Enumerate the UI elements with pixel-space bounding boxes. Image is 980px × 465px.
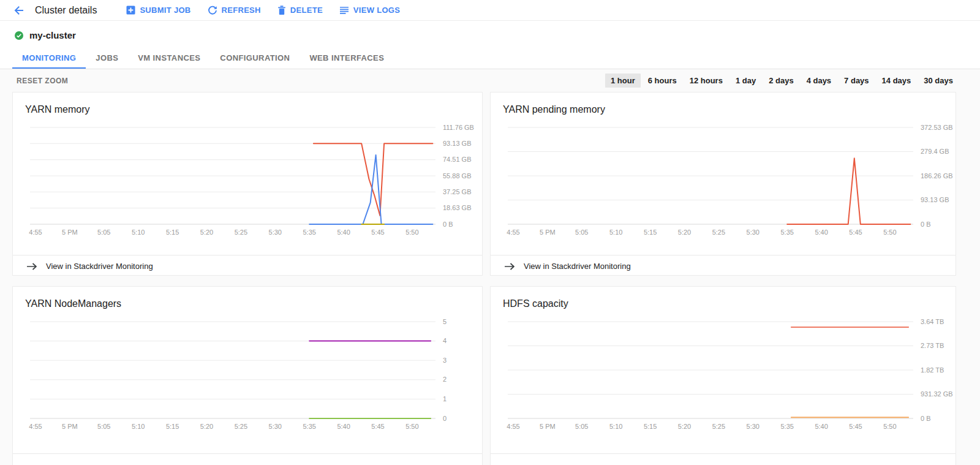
- stackdriver-link[interactable]: View in Stackdriver Monitoring: [26, 262, 153, 271]
- range-2-days[interactable]: 2 days: [763, 74, 799, 88]
- submit-job-button[interactable]: SUBMIT JOB: [126, 6, 190, 15]
- view-logs-icon: [339, 6, 349, 15]
- chart-yarn-memory-canvas[interactable]: 111.76 GB93.13 GB74.51 GB55.88 GB37.25 G…: [25, 121, 482, 241]
- tab-vm-instances[interactable]: VM INSTANCES: [128, 47, 210, 69]
- svg-text:5:25: 5:25: [712, 229, 725, 236]
- svg-text:5:45: 5:45: [371, 423, 384, 430]
- tab-monitoring[interactable]: MONITORING: [12, 47, 86, 69]
- add-box-icon: [126, 6, 135, 15]
- svg-text:37.25 GB: 37.25 GB: [443, 188, 471, 195]
- svg-text:5:15: 5:15: [166, 229, 179, 236]
- chart-footer-divider: [491, 453, 956, 460]
- svg-text:5:20: 5:20: [200, 229, 213, 236]
- cluster-header: my-cluster: [0, 21, 980, 47]
- svg-text:5:35: 5:35: [780, 423, 793, 430]
- svg-text:5:50: 5:50: [883, 229, 896, 236]
- card-yarn-memory: YARN memory 111.76 GB93.13 GB74.51 GB55.…: [12, 92, 483, 276]
- svg-text:5 PM: 5 PM: [540, 229, 556, 236]
- svg-text:5:10: 5:10: [132, 423, 145, 430]
- svg-text:5:35: 5:35: [303, 423, 315, 430]
- range-7-days[interactable]: 7 days: [839, 74, 874, 88]
- chart-canvas: 111.76 GB93.13 GB74.51 GB55.88 GB37.25 G…: [25, 121, 476, 241]
- svg-text:5 PM: 5 PM: [62, 423, 78, 430]
- svg-text:0 B: 0 B: [921, 221, 931, 228]
- svg-text:5:45: 5:45: [849, 229, 862, 236]
- chart-footer: View in Stackdriver Monitoring: [491, 255, 956, 271]
- svg-text:111.76 GB: 111.76 GB: [443, 124, 474, 131]
- time-range-selector: 1 hour6 hours12 hours1 day2 days4 days7 …: [605, 74, 959, 88]
- svg-text:5:15: 5:15: [644, 229, 657, 236]
- svg-text:5:10: 5:10: [609, 423, 622, 430]
- reset-zoom-button[interactable]: RESET ZOOM: [17, 77, 68, 85]
- submit-job-label: SUBMIT JOB: [140, 6, 190, 15]
- svg-text:5:40: 5:40: [337, 229, 350, 236]
- svg-text:5:50: 5:50: [883, 423, 896, 430]
- chart-canvas: 3.64 TB2.73 TB1.82 TB931.32 GB0 B4:555 P…: [503, 316, 954, 436]
- stackdriver-link-label: View in Stackdriver Monitoring: [524, 262, 631, 271]
- svg-text:3.64 TB: 3.64 TB: [921, 318, 944, 325]
- svg-text:279.4 GB: 279.4 GB: [921, 148, 949, 155]
- stackdriver-link[interactable]: View in Stackdriver Monitoring: [504, 262, 631, 271]
- svg-text:931.32 GB: 931.32 GB: [921, 390, 953, 398]
- svg-text:1: 1: [443, 395, 447, 403]
- chart-footer: View in Stackdriver Monitoring: [13, 255, 482, 271]
- range-1-day[interactable]: 1 day: [730, 74, 761, 88]
- svg-text:0: 0: [443, 415, 447, 422]
- svg-text:1.82 TB: 1.82 TB: [921, 366, 944, 374]
- range-1-hour[interactable]: 1 hour: [605, 74, 641, 88]
- svg-text:2: 2: [443, 376, 447, 383]
- svg-text:5:15: 5:15: [644, 423, 657, 430]
- tab-web-interfaces[interactable]: WEB INTERFACES: [300, 47, 394, 69]
- svg-text:5:05: 5:05: [575, 229, 588, 236]
- svg-text:5 PM: 5 PM: [540, 423, 556, 430]
- range-12-hours[interactable]: 12 hours: [684, 74, 728, 88]
- svg-text:0 B: 0 B: [443, 221, 453, 228]
- refresh-button[interactable]: REFRESH: [208, 6, 261, 15]
- tab-jobs[interactable]: JOBS: [86, 47, 128, 69]
- svg-text:5:30: 5:30: [269, 229, 282, 236]
- refresh-icon: [208, 6, 217, 15]
- range-6-hours[interactable]: 6 hours: [643, 74, 682, 88]
- range-14-days[interactable]: 14 days: [876, 74, 917, 88]
- svg-text:5:35: 5:35: [780, 229, 793, 236]
- svg-text:3: 3: [443, 357, 447, 364]
- svg-text:5:20: 5:20: [678, 423, 691, 430]
- svg-text:5:10: 5:10: [132, 229, 145, 236]
- tab-configuration[interactable]: CONFIGURATION: [210, 47, 300, 69]
- delete-button[interactable]: DELETE: [277, 6, 323, 15]
- svg-text:5:40: 5:40: [337, 423, 350, 430]
- delete-label: DELETE: [290, 6, 323, 15]
- charts-grid: YARN memory 111.76 GB93.13 GB74.51 GB55.…: [12, 92, 980, 465]
- svg-text:5:05: 5:05: [575, 423, 588, 430]
- svg-text:74.51 GB: 74.51 GB: [443, 156, 471, 163]
- chart-yarn-nodemanagers-canvas[interactable]: 5432104:555 PM5:055:105:155:205:255:305:…: [25, 316, 482, 436]
- arrow-right-icon: [504, 263, 514, 270]
- check-circle-icon: [15, 31, 23, 40]
- arrow-right-icon: [26, 263, 37, 270]
- svg-text:5:40: 5:40: [815, 423, 827, 430]
- delete-icon: [277, 6, 286, 15]
- chart-canvas: 5432104:555 PM5:055:105:155:205:255:305:…: [25, 316, 476, 436]
- chart-canvas: 372.53 GB279.4 GB186.26 GB93.13 GB0 B4:5…: [503, 121, 954, 241]
- stackdriver-link-label: View in Stackdriver Monitoring: [46, 262, 153, 271]
- top-toolbar: Cluster details SUBMIT JOBREFRESHDELETEV…: [0, 0, 980, 21]
- back-button[interactable]: [13, 5, 24, 16]
- view-logs-button[interactable]: VIEW LOGS: [339, 6, 400, 15]
- chart-title: YARN pending memory: [503, 104, 956, 116]
- svg-text:186.26 GB: 186.26 GB: [921, 172, 953, 180]
- chart-footer-divider: [13, 453, 482, 460]
- svg-text:5:45: 5:45: [849, 423, 862, 430]
- svg-text:5:20: 5:20: [200, 423, 213, 430]
- range-30-days[interactable]: 30 days: [918, 74, 959, 88]
- svg-text:5:30: 5:30: [269, 423, 282, 430]
- svg-text:4:55: 4:55: [507, 423, 519, 430]
- range-4-days[interactable]: 4 days: [801, 74, 837, 88]
- svg-text:5:10: 5:10: [609, 229, 622, 236]
- arrow-back-icon: [13, 5, 24, 16]
- svg-text:5:05: 5:05: [97, 423, 110, 430]
- chart-hdfs-capacity-canvas[interactable]: 3.64 TB2.73 TB1.82 TB931.32 GB0 B4:555 P…: [503, 316, 956, 436]
- svg-text:4:55: 4:55: [507, 229, 519, 236]
- svg-text:5:05: 5:05: [97, 229, 110, 236]
- svg-text:5 PM: 5 PM: [62, 229, 78, 236]
- chart-yarn-pending-memory-canvas[interactable]: 372.53 GB279.4 GB186.26 GB93.13 GB0 B4:5…: [503, 121, 956, 241]
